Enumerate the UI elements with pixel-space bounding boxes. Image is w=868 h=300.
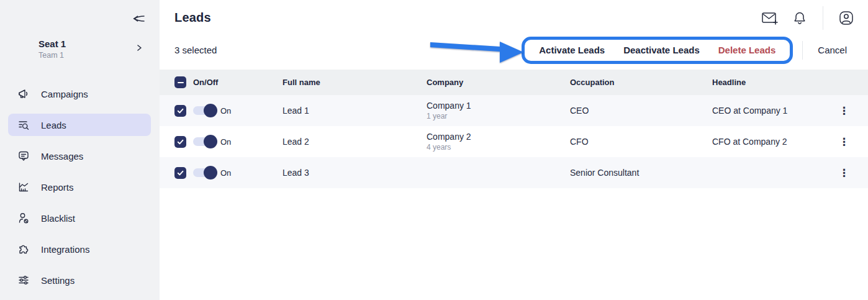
- blocked-user-icon: [17, 212, 30, 224]
- toggle-state-label: On: [220, 168, 231, 178]
- full-name-cell: Lead 1: [283, 106, 427, 116]
- company-name: Company 1: [427, 101, 570, 111]
- sidebar-item-label: Campaigns: [41, 89, 88, 99]
- chart-icon: [17, 181, 30, 193]
- cancel-divider: [802, 41, 803, 60]
- row-checkbox[interactable]: [174, 136, 186, 148]
- occupation-cell: CEO: [570, 106, 712, 116]
- full-name-cell: Lead 2: [283, 137, 427, 147]
- company-tenure: 1 year: [427, 112, 570, 120]
- sidebar-item-leads[interactable]: Leads: [8, 114, 151, 136]
- mail-plus-icon[interactable]: [761, 9, 779, 27]
- leads-search-icon: [17, 119, 30, 131]
- sidebar-item-label: Integrations: [41, 244, 89, 255]
- sidebar-item-label: Leads: [41, 120, 66, 130]
- occupation-cell: Senior Consultant: [570, 168, 712, 178]
- toggle-state-label: On: [220, 106, 231, 116]
- table-row-lead-1[interactable]: On Lead 1 Company 1 1 year CEO CEO at Co…: [160, 95, 868, 126]
- annotation-arrow-icon: [430, 36, 525, 65]
- sidebar-item-label: Messages: [41, 151, 83, 161]
- top-header: Leads: [160, 0, 868, 35]
- sidebar: Seat 1 Team 1 Campaigns: [0, 0, 160, 300]
- row-checkbox[interactable]: [174, 167, 186, 179]
- row-menu-kebab-icon[interactable]: ⋮: [835, 103, 853, 119]
- column-header-occupation[interactable]: Occupation: [570, 78, 712, 87]
- seat-selector[interactable]: Seat 1 Team 1: [0, 39, 160, 60]
- company-cell: Company 2 4 years: [427, 132, 570, 152]
- row-checkbox[interactable]: [174, 105, 186, 117]
- activate-leads-button[interactable]: Activate Leads: [530, 45, 614, 55]
- sidebar-item-integrations[interactable]: Integrations: [0, 238, 160, 260]
- sidebar-item-label: Settings: [41, 275, 75, 286]
- sidebar-item-campaigns[interactable]: Campaigns: [0, 83, 160, 105]
- column-header-headline[interactable]: Headline: [712, 78, 834, 87]
- table-row-lead-2[interactable]: On Lead 2 Company 2 4 years CFO CFO at C…: [160, 126, 868, 157]
- profile-icon[interactable]: [837, 9, 856, 27]
- headline-cell: CEO at Company 1: [712, 106, 834, 116]
- selected-count: 3 selected: [174, 45, 217, 55]
- annotation-highlight-box: Activate Leads Deactivate Leads Delete L…: [522, 37, 793, 64]
- onoff-toggle[interactable]: [193, 168, 215, 177]
- collapse-sidebar-icon[interactable]: [131, 11, 146, 26]
- company-name: Company 2: [427, 132, 570, 142]
- bell-icon[interactable]: [790, 9, 809, 27]
- selection-bar: 3 selected Activate Leads Deactivate Lea…: [160, 35, 868, 65]
- megaphone-icon: [17, 88, 30, 100]
- sidebar-item-label: Reports: [41, 182, 74, 193]
- column-header-company[interactable]: Company: [427, 78, 570, 87]
- column-header-onoff[interactable]: On/Off: [193, 78, 283, 87]
- bulk-actions: Activate Leads Deactivate Leads Delete L…: [430, 36, 856, 65]
- company-cell: Company 1 1 year: [427, 101, 570, 120]
- full-name-cell: Lead 3: [283, 168, 427, 178]
- row-menu-kebab-icon[interactable]: ⋮: [835, 134, 853, 150]
- chevron-right-icon: [135, 43, 143, 52]
- onoff-toggle[interactable]: [193, 106, 215, 115]
- app-window: Seat 1 Team 1 Campaigns: [0, 0, 868, 300]
- delete-leads-button[interactable]: Delete Leads: [709, 45, 785, 55]
- header-divider: [823, 6, 823, 30]
- row-menu-kebab-icon[interactable]: ⋮: [835, 165, 853, 181]
- deactivate-leads-button[interactable]: Deactivate Leads: [614, 45, 709, 55]
- headline-cell: CFO at Company 2: [712, 137, 834, 147]
- company-cell: [427, 172, 570, 173]
- onoff-toggle[interactable]: [193, 137, 215, 146]
- table-header-row: On/Off Full name Company Occupation Head…: [160, 70, 868, 95]
- sidebar-item-label: Blacklist: [41, 213, 75, 224]
- cancel-button[interactable]: Cancel: [813, 45, 852, 55]
- column-header-fullname[interactable]: Full name: [283, 78, 427, 87]
- sidebar-item-messages[interactable]: Messages: [0, 145, 160, 167]
- company-tenure: 4 years: [427, 143, 570, 152]
- sidebar-item-settings[interactable]: Settings: [0, 269, 160, 291]
- select-all-checkbox[interactable]: [174, 76, 186, 88]
- sidebar-item-blacklist[interactable]: Blacklist: [0, 207, 160, 229]
- sidebar-item-reports[interactable]: Reports: [0, 176, 160, 198]
- puzzle-icon: [17, 243, 30, 255]
- page-title: Leads: [174, 11, 211, 25]
- header-actions: [761, 6, 856, 30]
- seat-subtitle: Team 1: [38, 51, 160, 60]
- sliders-icon: [17, 274, 30, 286]
- table-row-lead-3[interactable]: On Lead 3 Senior Consultant ⋮: [160, 157, 868, 188]
- occupation-cell: CFO: [570, 137, 712, 147]
- leads-table: On/Off Full name Company Occupation Head…: [160, 70, 868, 188]
- table-body: On Lead 1 Company 1 1 year CEO CEO at Co…: [160, 95, 868, 188]
- sidebar-nav: Campaigns Leads Messag: [0, 83, 160, 300]
- main-content: Leads: [160, 0, 868, 300]
- chat-icon: [17, 150, 30, 162]
- toggle-state-label: On: [220, 137, 231, 147]
